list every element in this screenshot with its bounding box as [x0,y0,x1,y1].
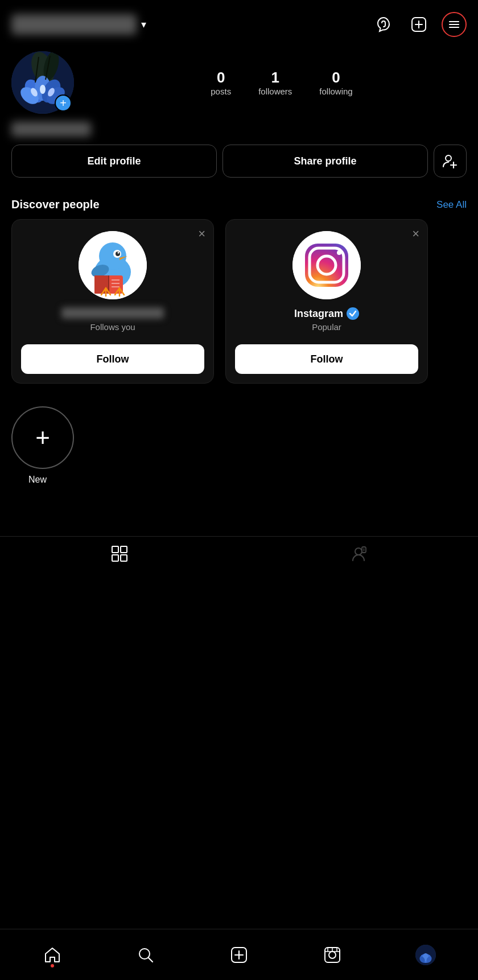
username-area[interactable]: ▾ [11,14,146,35]
card-1-avatar[interactable] [79,231,147,299]
card-2-avatar[interactable] [292,231,361,299]
new-circle-button[interactable]: + [11,406,74,469]
new-button-wrap: + New [11,406,91,485]
username-blur [11,14,137,35]
avatar-add-button[interactable]: + [55,94,72,112]
svg-rect-42 [112,555,118,561]
svg-point-15 [40,85,46,94]
verified-badge [347,307,359,320]
card-2-sub: Popular [312,322,341,332]
home-notification-dot [51,964,54,967]
top-bar: ▾ [0,0,478,46]
svg-point-39 [337,250,341,255]
new-label: New [11,475,47,485]
following-stat[interactable]: 0 following [319,69,352,96]
discover-header: Discover people See All [0,187,478,219]
followers-count: 1 [271,69,279,87]
action-buttons: Edit profile Share profile [11,145,467,178]
close-card-2-button[interactable]: × [412,228,419,240]
avatar-wrap: + [11,51,74,114]
posts-label: posts [211,87,231,96]
menu-icon[interactable] [442,12,467,37]
stats-row: 0 posts 1 followers 0 following [97,69,467,96]
tagged-tab[interactable] [349,545,368,563]
reels-nav-item[interactable] [315,938,349,972]
followers-label: followers [258,87,292,96]
grid-tab[interactable] [110,545,129,563]
share-profile-button[interactable]: Share profile [222,145,428,178]
posts-stat[interactable]: 0 posts [211,69,231,96]
followers-stat[interactable]: 1 followers [258,69,292,96]
discover-card-2: × [225,219,428,384]
profile-row: + 0 posts 1 followers 0 following [11,51,467,114]
posts-count: 0 [217,69,225,87]
search-nav-item[interactable] [129,938,163,972]
svg-point-19 [446,155,451,161]
bottom-nav [0,929,478,980]
follow-card-1-button[interactable]: Follow [21,344,204,374]
card-2-name: Instagram [294,308,343,320]
see-all-button[interactable]: See All [436,199,467,211]
edit-profile-button[interactable]: Edit profile [11,145,217,178]
top-icons [371,12,467,37]
new-plus-icon: + [35,425,50,450]
svg-rect-41 [121,546,127,553]
close-card-1-button[interactable]: × [198,228,205,240]
follow-card-2-button[interactable]: Follow [235,344,418,374]
discover-card-1: × [11,219,214,384]
home-nav-item[interactable] [35,938,69,972]
content-tabs [0,536,478,571]
new-section: + New [0,384,478,491]
svg-point-53 [329,952,336,958]
svg-line-48 [149,958,153,962]
add-person-button[interactable] [434,145,467,178]
card-1-sub: Follows you [90,322,135,332]
svg-rect-43 [121,555,127,561]
add-content-icon[interactable] [406,12,431,37]
add-nav-item[interactable] [222,938,256,972]
svg-point-44 [355,548,362,555]
card-2-name-row: Instagram [294,307,359,320]
threads-icon[interactable] [371,12,396,37]
chevron-down-icon[interactable]: ▾ [141,18,146,31]
following-label: following [319,87,352,96]
discover-title: Discover people [11,198,100,211]
following-count: 0 [332,69,340,87]
profile-nav-item[interactable] [409,938,443,972]
nav-profile-avatar [415,945,436,965]
card-1-name-blur [61,307,164,319]
svg-rect-40 [112,546,118,553]
svg-point-27 [118,252,120,254]
discover-cards: × [0,219,478,384]
display-name-blur [11,122,91,137]
profile-section: + 0 posts 1 followers 0 following Edit p… [0,46,478,187]
